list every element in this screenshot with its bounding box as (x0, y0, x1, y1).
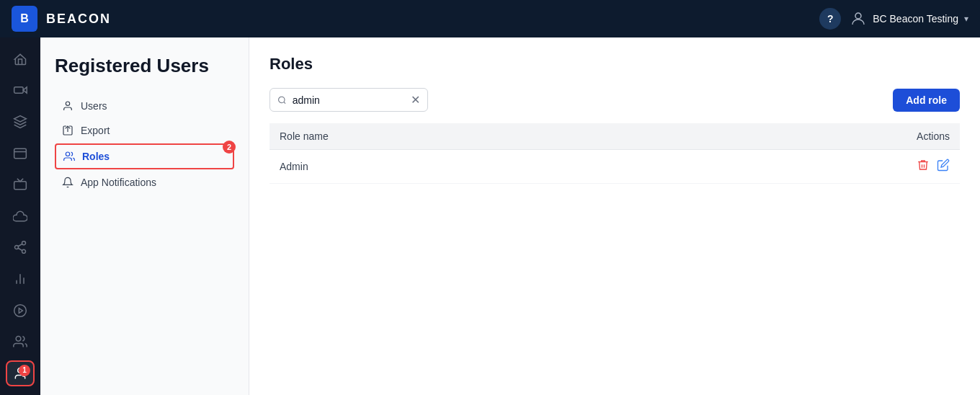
toolbar: ✕ Add role (270, 88, 960, 112)
edit-role-icon[interactable] (937, 159, 950, 174)
table-row: Admin (270, 150, 960, 184)
share-icon (13, 240, 27, 254)
col-actions: Actions (659, 123, 960, 150)
svg-point-8 (15, 246, 19, 249)
action-icons (669, 159, 950, 174)
svg-line-25 (284, 102, 285, 103)
svg-point-24 (279, 97, 285, 102)
user-nav-icon (62, 100, 74, 112)
sidebar-item-share[interactable] (6, 235, 35, 261)
cloud-icon (13, 209, 27, 223)
svg-rect-1 (14, 87, 24, 93)
roles-label: Roles (82, 151, 110, 162)
sidebar-item-users[interactable] (6, 329, 35, 355)
svg-point-15 (14, 304, 27, 316)
sidebar-item-app-notifications-link[interactable]: App Notifications (55, 171, 234, 194)
sub-sidebar-title: Registered Users (55, 55, 234, 77)
roles-nav-icon (63, 151, 75, 162)
sidebar-item-home[interactable] (6, 46, 35, 72)
help-button[interactable]: ? (819, 8, 841, 30)
role-name-cell: Admin (270, 150, 659, 184)
layers-icon (13, 115, 27, 129)
clear-search-button[interactable]: ✕ (411, 93, 420, 107)
sub-sidebar: Registered Users Users Export Roles 2 Ap… (40, 37, 249, 395)
sidebar-item-users-link[interactable]: Users (55, 94, 234, 117)
page-title: Roles (270, 55, 960, 74)
users-label: Users (81, 100, 107, 112)
add-role-button[interactable]: Add role (893, 89, 960, 112)
search-box: ✕ (270, 88, 428, 112)
bell-nav-icon (62, 177, 74, 188)
svg-point-17 (16, 337, 21, 342)
svg-line-11 (18, 244, 22, 247)
export-label: Export (81, 125, 110, 136)
main-layout: 1 1 Registered Users Users Export Roles … (0, 37, 980, 395)
user-name: BC Beacon Testing (873, 13, 958, 25)
svg-rect-6 (14, 182, 27, 190)
svg-marker-3 (14, 116, 27, 122)
sidebar-item-cloud[interactable] (6, 203, 35, 229)
sidebar-item-admin[interactable]: 1 1 (6, 360, 35, 386)
tv-icon (13, 177, 27, 192)
roles-badge: 2 (223, 141, 236, 154)
svg-point-21 (66, 102, 69, 105)
logo-letter: B (20, 12, 29, 25)
svg-marker-16 (19, 308, 22, 313)
svg-marker-2 (23, 87, 27, 93)
icon-sidebar: 1 1 (0, 37, 40, 395)
home-icon (13, 52, 27, 66)
user-avatar-icon (850, 10, 867, 27)
chevron-down-icon: ▾ (964, 14, 968, 24)
actions-cell (659, 150, 960, 184)
app-notifications-label: App Notifications (81, 177, 156, 188)
sidebar-item-play[interactable] (6, 298, 35, 324)
sidebar-item-video[interactable] (6, 78, 35, 104)
top-nav: B BEACON ? BC Beacon Testing ▾ (0, 0, 980, 37)
roles-table: Role name Actions Admin (270, 123, 960, 184)
window-icon (13, 146, 27, 161)
svg-point-7 (22, 241, 26, 245)
col-role-name: Role name (270, 123, 659, 150)
admin-badge: 1 (19, 365, 30, 376)
search-icon (277, 94, 287, 106)
video-icon (13, 83, 27, 97)
content-area: Roles ✕ Add role Role name Actions Admin (249, 37, 980, 395)
logo-box: B (12, 6, 37, 32)
table-header-row: Role name Actions (270, 123, 960, 150)
svg-line-10 (18, 249, 22, 251)
sidebar-item-analytics[interactable] (6, 266, 35, 292)
sidebar-item-roles-link[interactable]: Roles 2 (55, 143, 234, 169)
sidebar-item-export-link[interactable]: Export (55, 119, 234, 142)
svg-point-9 (22, 250, 26, 254)
search-input[interactable] (293, 94, 405, 106)
sidebar-item-layers[interactable] (6, 109, 35, 135)
analytics-icon (13, 272, 27, 286)
export-nav-icon (62, 125, 74, 136)
users-icon (13, 334, 27, 349)
sidebar-item-window[interactable] (6, 141, 35, 167)
user-menu[interactable]: BC Beacon Testing ▾ (850, 10, 968, 27)
svg-point-23 (66, 152, 69, 156)
play-icon (13, 303, 27, 318)
delete-role-icon[interactable] (917, 159, 930, 174)
svg-point-0 (855, 13, 861, 19)
logo-text: BEACON (46, 12, 111, 27)
svg-rect-4 (14, 148, 27, 158)
sidebar-item-tv[interactable] (6, 172, 35, 198)
